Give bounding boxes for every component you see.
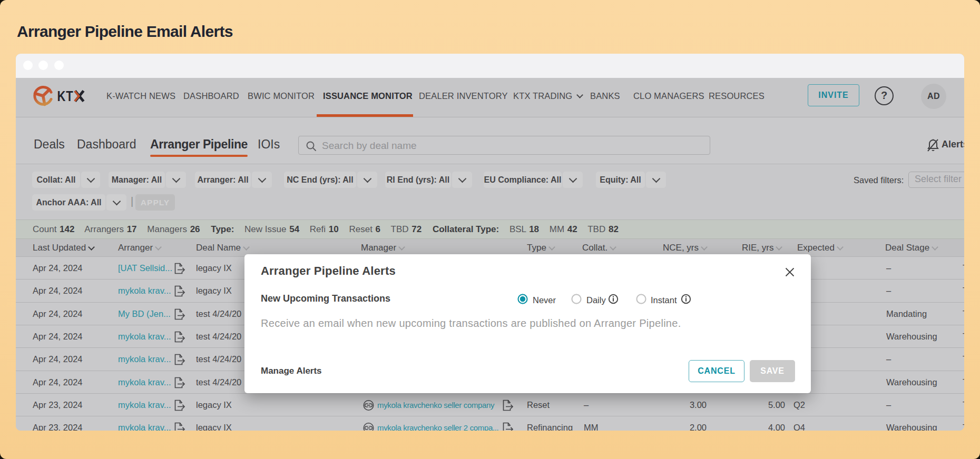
svg-text:KT: KT — [57, 88, 74, 104]
